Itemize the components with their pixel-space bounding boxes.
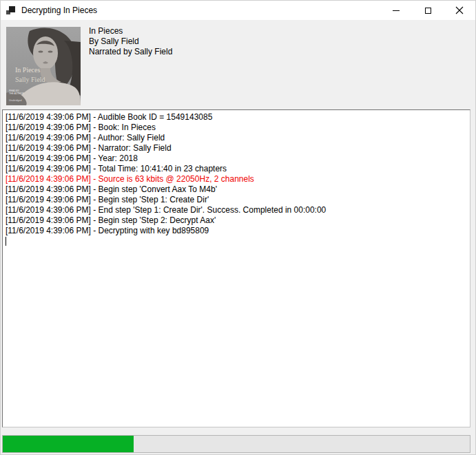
log-line: [11/6/2019 4:39:06 PM] - Begin step 'Ste… <box>6 195 467 205</box>
log-line: [11/6/2019 4:39:06 PM] - Book: In Pieces <box>6 123 467 133</box>
book-cover-image: In Pieces Sally Field READ BY THE AUTHOR… <box>6 27 81 105</box>
log-line: [11/6/2019 4:39:06 PM] - End step 'Step … <box>6 205 467 215</box>
svg-text:Unabridged: Unabridged <box>9 99 22 102</box>
close-icon <box>455 6 464 14</box>
book-author: By Sally Field <box>89 36 172 47</box>
close-button[interactable] <box>444 1 475 20</box>
log-line: [11/6/2019 4:39:06 PM] - Year: 2018 <box>6 154 467 164</box>
log-line: [11/6/2019 4:39:06 PM] - Begin step 'Con… <box>6 184 467 195</box>
log-line: [11/6/2019 4:39:06 PM] - Source is 63 kb… <box>6 174 467 184</box>
book-title: In Pieces <box>89 26 172 36</box>
log-line: [11/6/2019 4:39:06 PM] - Author: Sally F… <box>6 133 467 143</box>
minimize-button[interactable] <box>380 1 412 20</box>
progress-bar <box>2 435 470 453</box>
window-title: Decrypting In Pieces <box>21 6 97 15</box>
cover-author-text: Sally Field <box>15 76 45 83</box>
maximize-icon <box>425 8 431 14</box>
book-narrator: Narrated by Sally Field <box>89 47 172 57</box>
app-window: Decrypting In Pieces <box>0 0 476 455</box>
app-icon[interactable] <box>6 6 16 15</box>
titlebar[interactable]: Decrypting In Pieces <box>1 1 475 20</box>
text-caret <box>6 237 6 246</box>
caret-line <box>6 236 467 246</box>
progress-bar-fill <box>3 436 134 452</box>
window-controls <box>380 1 475 20</box>
cover-title-text: In Pieces <box>15 66 40 74</box>
log-line: [11/6/2019 4:39:06 PM] - Audible Book ID… <box>6 112 467 123</box>
log-line: [11/6/2019 4:39:06 PM] - Narrator: Sally… <box>6 143 467 154</box>
book-info: In Pieces By Sally Field Narrated by Sal… <box>89 26 172 57</box>
minimize-icon <box>393 10 400 11</box>
svg-text:THE AUTHOR: THE AUTHOR <box>9 92 24 95</box>
log-line: [11/6/2019 4:39:06 PM] - Total Time: 10:… <box>6 164 467 174</box>
log-line: [11/6/2019 4:39:06 PM] - Begin step 'Ste… <box>6 215 467 226</box>
log-line: [11/6/2019 4:39:06 PM] - Decrypting with… <box>6 226 467 236</box>
maximize-button[interactable] <box>412 1 444 20</box>
log-textbox[interactable]: [11/6/2019 4:39:06 PM] - Audible Book ID… <box>2 109 470 427</box>
